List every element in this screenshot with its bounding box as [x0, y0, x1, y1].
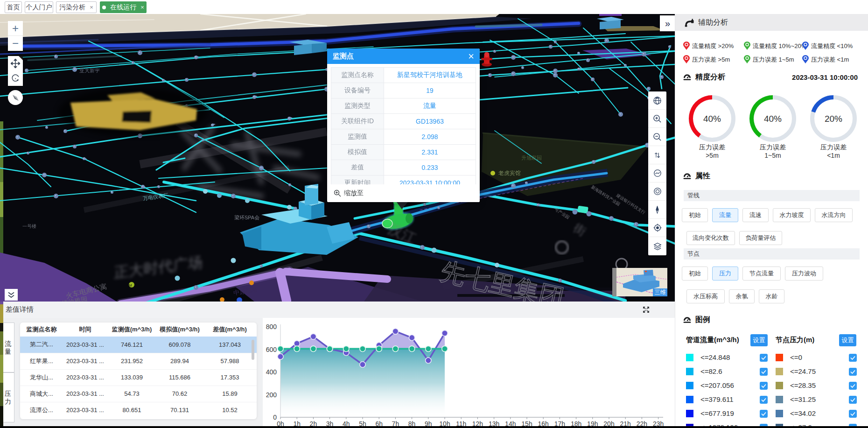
svg-text:14h: 14h: [505, 420, 516, 426]
svg-text:压力误差: 压力误差: [699, 143, 725, 151]
svg-text:800: 800: [266, 323, 277, 330]
svg-text:200: 200: [266, 391, 277, 399]
svg-text:11h: 11h: [456, 420, 466, 426]
svg-text:13h: 13h: [489, 420, 499, 426]
svg-text:5h: 5h: [359, 420, 366, 426]
svg-text:18h: 18h: [571, 420, 581, 426]
svg-text:3h: 3h: [326, 420, 334, 426]
svg-text:0h: 0h: [277, 420, 284, 426]
svg-text:压力误差: 压力误差: [820, 143, 847, 151]
svg-text:22h: 22h: [637, 420, 647, 426]
svg-text:15h: 15h: [521, 420, 532, 426]
svg-text:21h: 21h: [620, 420, 631, 426]
svg-text:<1m: <1m: [827, 152, 840, 159]
svg-text:17h: 17h: [554, 420, 565, 426]
svg-text:2h: 2h: [310, 420, 317, 426]
svg-text:12h: 12h: [472, 420, 483, 426]
svg-text:M: M: [129, 283, 132, 288]
svg-text:一号楼: 一号楼: [22, 224, 36, 229]
svg-text:400: 400: [266, 368, 277, 376]
svg-text:7h: 7h: [392, 420, 399, 426]
svg-text:>5m: >5m: [706, 152, 719, 159]
svg-text:40%: 40%: [703, 114, 721, 124]
svg-text:20%: 20%: [825, 114, 842, 124]
svg-text:梁环SPA会: 梁环SPA会: [234, 215, 259, 220]
svg-text:6h: 6h: [375, 420, 383, 426]
svg-text:19h: 19h: [587, 420, 598, 426]
svg-text:0: 0: [273, 414, 277, 421]
svg-text:8h: 8h: [408, 420, 416, 426]
svg-text:16h: 16h: [538, 420, 549, 426]
svg-text:600: 600: [266, 346, 277, 353]
svg-text:10h: 10h: [439, 420, 450, 426]
svg-text:1h: 1h: [293, 420, 301, 426]
svg-text:9h: 9h: [425, 420, 432, 426]
svg-text:20h: 20h: [603, 420, 614, 426]
svg-text:40%: 40%: [764, 114, 782, 124]
svg-text:压力误差: 压力误差: [760, 143, 786, 151]
svg-text:老虎宾馆: 老虎宾馆: [498, 170, 521, 176]
svg-text:亚大新宇: 亚大新宇: [79, 68, 100, 73]
svg-text:1~5m: 1~5m: [764, 152, 781, 159]
svg-text:23h: 23h: [653, 420, 664, 426]
svg-text:升旭家园: 升旭家园: [521, 155, 542, 161]
svg-text:4h: 4h: [343, 420, 350, 426]
